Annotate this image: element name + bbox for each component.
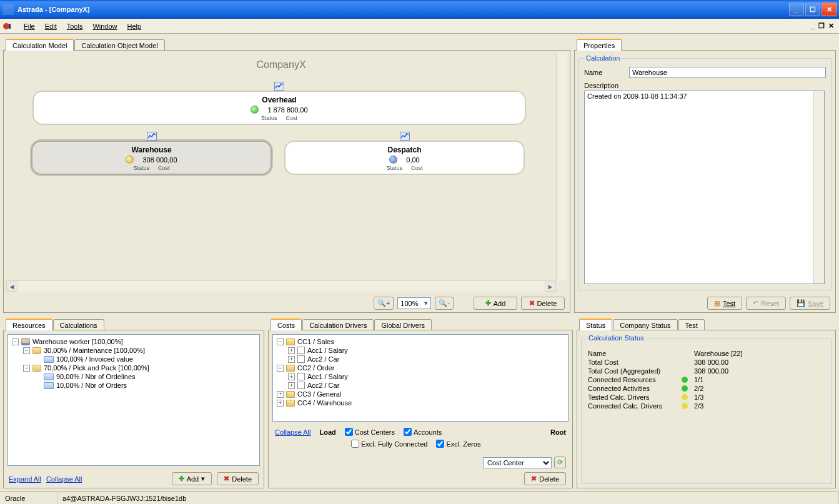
resources-tree[interactable]: −Warehouse worker [100,00%] −30,00% / Ma… (7, 334, 260, 466)
cb-excl-zeros[interactable]: Excl. Zeros (436, 440, 480, 448)
plus-icon: ✚ (179, 475, 184, 483)
expander-plus-icon[interactable]: + (288, 373, 295, 380)
zoom-combobox[interactable]: 100%▾ (397, 297, 431, 309)
tab-calculation-model[interactable]: Calculation Model (6, 39, 74, 51)
expander-plus-icon[interactable]: + (288, 347, 295, 354)
tree-row[interactable]: 100,00% / Invoiced value (11, 355, 257, 363)
scroll-left-icon[interactable]: ◄ (6, 282, 17, 292)
collapse-all-link[interactable]: Collapse All (46, 475, 82, 483)
tree-row[interactable]: +Acc2 / Car (276, 355, 565, 363)
collapse-all-link[interactable]: Collapse All (275, 428, 310, 436)
status-dot-yellow (126, 156, 134, 164)
tab-calculations[interactable]: Calculations (53, 319, 104, 330)
tree-row[interactable]: −Warehouse worker [100,00%] (11, 337, 257, 346)
tab-resources[interactable]: Resources (6, 319, 52, 330)
minimize-button[interactable]: _ (789, 2, 804, 16)
tab-status[interactable]: Status (579, 319, 612, 330)
cb-accounts[interactable]: Accounts (404, 428, 442, 436)
cb-cost-centers[interactable]: Cost Centers (345, 428, 395, 436)
statusbar-connection: a4@ASTRADA-FSGJW3J:1521/bise1db (57, 492, 839, 504)
calculation-legend: Calculation (584, 54, 622, 62)
refresh-button[interactable]: ⟳ (554, 457, 566, 468)
expander-minus-icon[interactable]: − (23, 365, 30, 372)
model-canvas[interactable]: CompanyX Overhead 1 878 800,00 Status (6, 53, 567, 292)
delete-cost-button[interactable]: ✖Delete (524, 472, 566, 485)
expander-plus-icon[interactable]: + (288, 356, 295, 363)
folder-icon (32, 347, 41, 354)
delete-button[interactable]: ✖Delete (521, 297, 565, 310)
mdi-restore-button[interactable]: ❐ (818, 22, 825, 30)
node-despatch[interactable]: Despatch 0,00 Status Cost (284, 141, 525, 175)
node-warehouse[interactable]: Warehouse 308 000,00 Status Cost (31, 141, 272, 175)
scroll-right-icon[interactable]: ► (545, 282, 556, 292)
close-button[interactable]: ✕ (822, 2, 837, 16)
maximize-button[interactable]: ☐ (805, 2, 820, 16)
canvas-vscroll[interactable] (556, 53, 567, 280)
mdi-minimize-button[interactable]: _ (811, 22, 815, 30)
tab-costs[interactable]: Costs (271, 319, 302, 330)
mdi-close-button[interactable]: ✕ (828, 22, 834, 30)
expander-plus-icon[interactable]: + (277, 391, 284, 398)
name-input[interactable]: Warehouse (629, 67, 826, 78)
delete-resource-button[interactable]: ✖Delete (217, 472, 259, 485)
node-warehouse-cost: 308 000,00 (142, 156, 177, 164)
test-button[interactable]: ▦Test (707, 297, 742, 310)
cost-label: Cost (286, 115, 298, 121)
tree-row[interactable]: −30,00% / Maintenance [100,00%] (11, 346, 257, 355)
canvas-toolbar: 🔍+ 100%▾ 🔍- ✚Add ✖Delete (4, 294, 570, 312)
menu-tools[interactable]: Tools (62, 21, 88, 31)
account-icon (297, 382, 305, 389)
cb-excl-fully-connected[interactable]: Excl. Fully Connected (351, 440, 427, 448)
menu-window[interactable]: Window (87, 21, 122, 31)
tree-row[interactable]: +Acc2 / Car (276, 381, 565, 390)
zoom-out-button[interactable]: 🔍- (435, 297, 454, 310)
tree-row[interactable]: +Acc1 / Salary (276, 372, 565, 381)
reset-button[interactable]: ↶Reset (746, 297, 786, 310)
node-overhead[interactable]: Overhead 1 878 800,00 Status Cost (32, 91, 526, 125)
expander-plus-icon[interactable]: + (277, 400, 284, 407)
description-textarea[interactable]: Created on 2009-10-08 11:34:37 (584, 91, 825, 284)
menu-bar: File Edit Tools Window Help _ ❐ ✕ (0, 19, 839, 34)
menu-file[interactable]: File (19, 21, 40, 31)
textarea-vscroll[interactable] (813, 91, 824, 284)
tab-global-drivers[interactable]: Global Drivers (374, 319, 432, 330)
undo-icon: ↶ (753, 299, 758, 307)
tree-row[interactable]: −CC2 / Order (276, 363, 565, 372)
status-label: Status (386, 165, 402, 171)
tree-row[interactable]: 90,00% / Nbr of Ordelines (11, 372, 257, 381)
tree-row[interactable]: +CC4 / Warehouse (276, 398, 565, 407)
root-combobox[interactable]: Cost Center (483, 457, 552, 468)
tab-properties[interactable]: Properties (577, 39, 622, 51)
status-dot-yellow (682, 394, 688, 400)
tree-row[interactable]: +Acc1 / Salary (276, 346, 565, 355)
tab-company-status[interactable]: Company Status (613, 319, 677, 330)
canvas-hscroll[interactable]: ◄ ► (6, 280, 556, 292)
menu-edit[interactable]: Edit (40, 21, 62, 31)
tab-test[interactable]: Test (678, 319, 705, 330)
add-resource-button[interactable]: ✚Add ▾ (172, 472, 212, 485)
expander-minus-icon[interactable]: − (12, 338, 19, 345)
tab-calculation-object-model[interactable]: Calculation Object Model (74, 39, 164, 51)
expander-minus-icon[interactable]: − (277, 365, 284, 372)
expander-minus-icon[interactable]: − (23, 347, 30, 354)
expand-all-link[interactable]: Expand All (9, 475, 41, 483)
expander-plus-icon[interactable]: + (288, 382, 295, 389)
account-icon (297, 373, 305, 380)
save-button[interactable]: 💾Save (790, 297, 830, 310)
load-label: Load (319, 428, 335, 436)
resources-panel: Resources Calculations −Warehouse worker… (2, 316, 265, 489)
account-icon (297, 347, 305, 354)
app-glyph-icon (2, 21, 14, 31)
expander-minus-icon[interactable]: − (277, 338, 284, 345)
tab-calculation-drivers[interactable]: Calculation Drivers (302, 319, 374, 330)
status-label: Status (261, 115, 277, 121)
costs-tree[interactable]: −CC1 / Sales +Acc1 / Salary +Acc2 / Car … (272, 334, 568, 422)
tree-row[interactable]: −CC1 / Sales (276, 337, 565, 346)
tree-row[interactable]: +CC3 / General (276, 390, 565, 398)
zoom-in-button[interactable]: 🔍+ (374, 297, 394, 310)
tree-row[interactable]: −70,00% / Pick and Pack [100,00%] (11, 363, 257, 372)
status-dot-blue (389, 156, 397, 164)
add-button[interactable]: ✚Add (474, 297, 517, 310)
tree-row[interactable]: 10,00% / Nbr of Orders (11, 381, 257, 390)
menu-help[interactable]: Help (122, 21, 147, 31)
